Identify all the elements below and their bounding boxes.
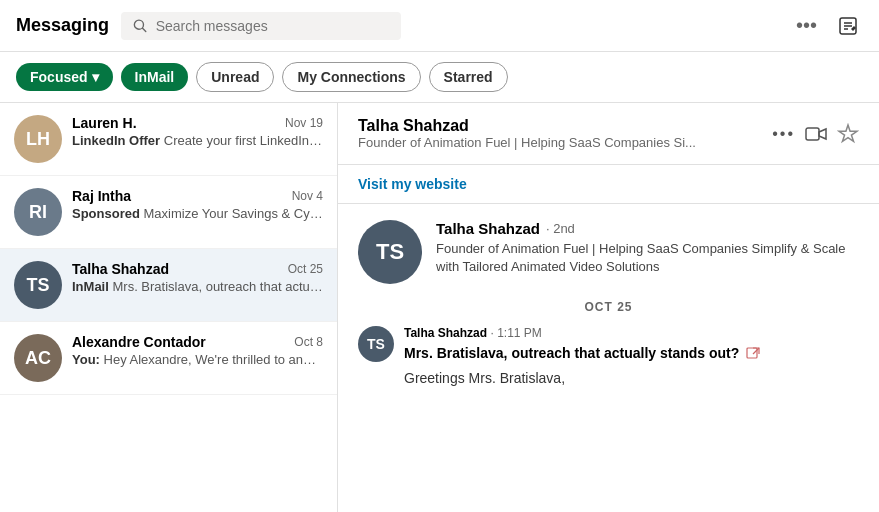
conv-name: Raj Intha [72, 188, 131, 204]
avatar: RI [14, 188, 62, 236]
sender-tagline: Founder of Animation Fuel | Helping SaaS… [436, 240, 859, 276]
list-item[interactable]: TS Talha Shahzad Oct 25 InMail Mrs. Brat… [0, 249, 337, 322]
visit-website-row: Visit my website [338, 165, 879, 204]
conv-preview: InMail Mrs. Bratislava, outreach that ac… [72, 279, 323, 294]
message-header-info: Talha Shahzad Founder of Animation Fuel … [358, 117, 772, 150]
svg-rect-7 [747, 348, 757, 358]
date-divider: OCT 25 [358, 300, 859, 314]
video-icon [805, 126, 827, 142]
sender-profile: TS Talha Shahzad · 2nd Founder of Animat… [358, 220, 859, 284]
search-input[interactable] [156, 18, 389, 34]
conv-name: Alexandre Contador [72, 334, 206, 350]
main-layout: LH Lauren H. Nov 19 LinkedIn Offer Creat… [0, 103, 879, 512]
list-item[interactable]: AC Alexandre Contador Oct 8 You: Hey Ale… [0, 322, 337, 395]
bubble-sender-name: Talha Shahzad [404, 326, 487, 340]
bubble-time: · 1:11 PM [490, 326, 541, 340]
star-button[interactable] [837, 123, 859, 145]
conv-info: Alexandre Contador Oct 8 You: Hey Alexan… [72, 334, 323, 367]
message-header-actions: ••• [772, 123, 859, 145]
search-icon [133, 18, 148, 34]
sender-degree: · 2nd [546, 221, 575, 236]
unread-label: Unread [211, 69, 259, 85]
conv-tag: Sponsored [72, 206, 140, 221]
conv-tag: You: [72, 352, 100, 367]
star-icon [837, 123, 859, 145]
inmail-label: InMail [135, 69, 175, 85]
sender-info: Talha Shahzad · 2nd Founder of Animation… [436, 220, 859, 276]
filter-inmail[interactable]: InMail [121, 63, 189, 91]
svg-rect-6 [806, 128, 819, 140]
external-link-icon [746, 347, 760, 361]
message-body[interactable]: TS Talha Shahzad · 2nd Founder of Animat… [338, 204, 879, 512]
list-item[interactable]: RI Raj Intha Nov 4 Sponsored Maximize Yo… [0, 176, 337, 249]
avatar: AC [14, 334, 62, 382]
conv-info: Talha Shahzad Oct 25 InMail Mrs. Bratisl… [72, 261, 323, 294]
conversation-list[interactable]: LH Lauren H. Nov 19 LinkedIn Offer Creat… [0, 103, 338, 512]
header-actions: ••• [792, 10, 863, 41]
message-header: Talha Shahzad Founder of Animation Fuel … [338, 103, 879, 165]
conv-date: Nov 4 [292, 189, 323, 203]
sender-avatar: TS [358, 220, 422, 284]
filter-bar: Focused ▾ InMail Unread My Connections S… [0, 52, 879, 103]
filter-starred[interactable]: Starred [429, 62, 508, 92]
message-header-subtitle: Founder of Animation Fuel | Helping SaaS… [358, 135, 772, 150]
filter-focused[interactable]: Focused ▾ [16, 63, 113, 91]
search-bar[interactable] [121, 12, 401, 40]
my-connections-label: My Connections [297, 69, 405, 85]
message-panel: Talha Shahzad Founder of Animation Fuel … [338, 103, 879, 512]
conv-name: Talha Shahzad [72, 261, 169, 277]
message-header-name: Talha Shahzad [358, 117, 772, 135]
svg-line-1 [143, 28, 146, 31]
app-title: Messaging [16, 15, 109, 36]
filter-my-connections[interactable]: My Connections [282, 62, 420, 92]
message-subject: Mrs. Bratislava, outreach that actually … [404, 345, 739, 361]
conv-preview: Sponsored Maximize Your Savings & Cybers… [72, 206, 323, 221]
ellipsis-icon: ••• [796, 14, 817, 37]
conv-preview: LinkedIn Offer Create your first LinkedI… [72, 133, 323, 148]
focused-label: Focused [30, 69, 88, 85]
list-item[interactable]: LH Lauren H. Nov 19 LinkedIn Offer Creat… [0, 103, 337, 176]
svg-line-8 [753, 348, 759, 354]
visit-website-link[interactable]: Visit my website [358, 176, 467, 192]
bubble-content: Talha Shahzad · 1:11 PM Mrs. Bratislava,… [404, 326, 760, 386]
video-call-button[interactable] [805, 126, 827, 142]
more-options-button[interactable]: ••• [772, 125, 795, 143]
bubble-meta: Talha Shahzad · 1:11 PM [404, 326, 760, 340]
conv-name: Lauren H. [72, 115, 137, 131]
avatar: LH [14, 115, 62, 163]
conv-tag: LinkedIn Offer [72, 133, 160, 148]
header: Messaging ••• [0, 0, 879, 52]
conv-date: Nov 19 [285, 116, 323, 130]
avatar: TS [14, 261, 62, 309]
chevron-down-icon: ▾ [92, 69, 99, 85]
conv-preview: You: Hey Alexandre, We're thrilled to an… [72, 352, 323, 367]
filter-unread[interactable]: Unread [196, 62, 274, 92]
starred-label: Starred [444, 69, 493, 85]
message-bubble-row: TS Talha Shahzad · 1:11 PM Mrs. Bratisla… [358, 326, 859, 386]
compose-icon [837, 15, 859, 37]
conv-date: Oct 25 [288, 262, 323, 276]
more-options-button[interactable]: ••• [792, 10, 821, 41]
conv-date: Oct 8 [294, 335, 323, 349]
conv-info: Raj Intha Nov 4 Sponsored Maximize Your … [72, 188, 323, 221]
ellipsis-icon: ••• [772, 125, 795, 143]
conv-tag: InMail [72, 279, 109, 294]
conv-info: Lauren H. Nov 19 LinkedIn Offer Create y… [72, 115, 323, 148]
greeting-text: Greetings Mrs. Bratislava, [404, 370, 760, 386]
bubble-avatar: TS [358, 326, 394, 362]
sender-name: Talha Shahzad [436, 220, 540, 237]
bubble-text: Mrs. Bratislava, outreach that actually … [404, 343, 760, 364]
compose-button[interactable] [833, 11, 863, 41]
